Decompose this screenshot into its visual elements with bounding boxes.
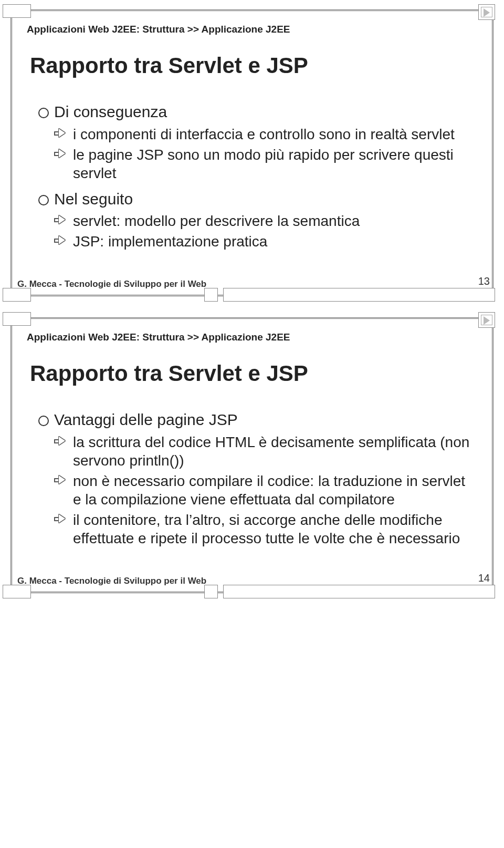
- corner-decoration: [223, 288, 495, 302]
- bullet-item: Nel seguito servlet: modello per descriv…: [38, 190, 472, 251]
- sub-item-text: le pagine JSP sono un modo più rapido pe…: [73, 147, 454, 181]
- sub-item: i componenti di interfaccia e controllo …: [54, 125, 472, 143]
- bullet-list: Di conseguenza i componenti di interfacc…: [38, 102, 472, 251]
- sub-item-text: servlet: modello per descrivere la seman…: [73, 213, 360, 229]
- slide-frame: 14 Applicazioni Web J2EE: Struttura >> A…: [10, 317, 494, 593]
- footer-rail: 14: [204, 585, 495, 598]
- sub-item: servlet: modello per descrivere la seman…: [54, 212, 472, 230]
- sub-item: il contenitore, tra l’altro, si accorge …: [54, 511, 472, 547]
- slide-title: Rapporto tra Servlet e JSP: [30, 53, 477, 78]
- corner-decoration: [3, 4, 31, 18]
- footer-credit: G. Mecca - Tecnologie di Sviluppo per il…: [17, 279, 206, 289]
- corner-decoration: [3, 312, 31, 326]
- arrow-icon: [54, 235, 67, 246]
- slide: 14 Applicazioni Web J2EE: Struttura >> A…: [10, 317, 494, 593]
- slide-frame: 13 Applicazioni Web J2EE: Struttura >> A…: [10, 9, 494, 296]
- bullet-item: Vantaggi delle pagine JSP la scrittura d…: [38, 410, 472, 547]
- bullet-list: Vantaggi delle pagine JSP la scrittura d…: [38, 410, 472, 547]
- footer-rail: 13: [204, 288, 495, 302]
- bullet-label: Nel seguito: [54, 190, 133, 208]
- arrow-icon: [54, 436, 67, 447]
- arrow-icon: [54, 475, 67, 485]
- next-slide-icon[interactable]: [478, 312, 495, 328]
- sub-item-text: JSP: implementazione pratica: [73, 233, 267, 250]
- corner-decoration: [204, 585, 218, 598]
- slide: 13 Applicazioni Web J2EE: Struttura >> A…: [10, 9, 494, 296]
- corner-decoration: [223, 585, 495, 598]
- bullet-label: Vantaggi delle pagine JSP: [54, 411, 238, 428]
- breadcrumb: Applicazioni Web J2EE: Struttura >> Appl…: [27, 24, 477, 35]
- sub-list: servlet: modello per descrivere la seman…: [54, 212, 472, 251]
- bullet-label: Di conseguenza: [54, 103, 167, 120]
- page-number: 13: [478, 275, 490, 287]
- sub-item: le pagine JSP sono un modo più rapido pe…: [54, 146, 472, 182]
- arrow-icon: [54, 514, 67, 524]
- sub-item: la scrittura del codice HTML è decisamen…: [54, 433, 472, 470]
- arrow-icon: [54, 128, 67, 139]
- arrow-icon: [54, 149, 67, 159]
- sub-item: JSP: implementazione pratica: [54, 232, 472, 251]
- page-number: 14: [478, 572, 490, 584]
- slide-title: Rapporto tra Servlet e JSP: [30, 361, 477, 386]
- sub-item-text: i componenti di interfaccia e controllo …: [73, 126, 455, 142]
- sub-list: i componenti di interfaccia e controllo …: [54, 125, 472, 182]
- next-slide-icon[interactable]: [478, 4, 495, 20]
- bullet-item: Di conseguenza i componenti di interfacc…: [38, 102, 472, 182]
- sub-item-text: il contenitore, tra l’altro, si accorge …: [73, 512, 460, 546]
- sub-list: la scrittura del codice HTML è decisamen…: [54, 433, 472, 547]
- arrow-icon: [54, 215, 67, 225]
- corner-decoration: [3, 585, 31, 598]
- corner-decoration: [204, 288, 218, 302]
- sub-item-text: la scrittura del codice HTML è decisamen…: [73, 434, 469, 469]
- breadcrumb: Applicazioni Web J2EE: Struttura >> Appl…: [27, 332, 477, 343]
- sub-item-text: non è necessario compilare il codice: la…: [73, 473, 465, 508]
- footer-credit: G. Mecca - Tecnologie di Sviluppo per il…: [17, 576, 206, 586]
- corner-decoration: [3, 288, 31, 302]
- sub-item: non è necessario compilare il codice: la…: [54, 472, 472, 509]
